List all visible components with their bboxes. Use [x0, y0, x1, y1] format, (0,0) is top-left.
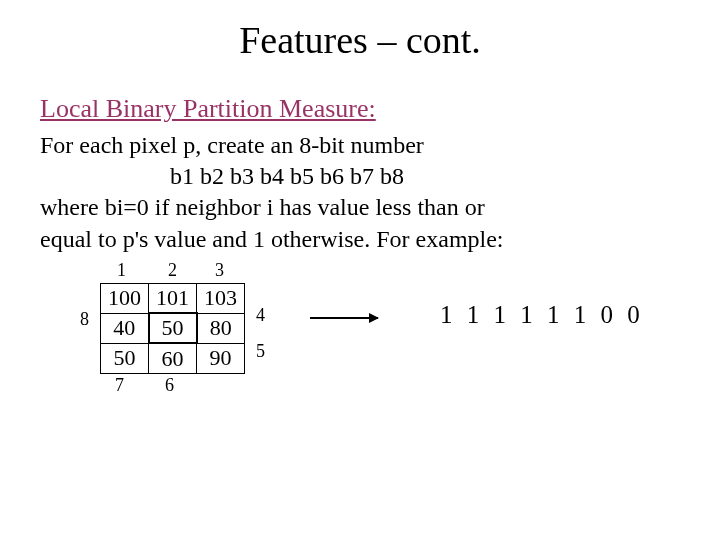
neighbor-label-8: 8	[80, 309, 89, 330]
example-area: 1 2 3 4 5 6 7 8 100 101 103 40 50 80 50 …	[0, 265, 720, 415]
cell-r1c2: 80	[197, 313, 245, 343]
neighbor-label-6: 6	[165, 375, 174, 396]
desc-line-3: equal to p's value and 1 otherwise. For …	[0, 224, 720, 255]
bit-sequence: b1 b2 b3 b4 b5 b6 b7 b8	[0, 161, 720, 192]
desc-line-1: For each pixel p, create an 8-bit number	[0, 130, 720, 161]
slide-title: Features – cont.	[0, 0, 720, 76]
arrow-icon	[310, 317, 378, 319]
cell-r0c2: 103	[197, 283, 245, 313]
neighbor-label-4: 4	[256, 305, 265, 326]
cell-r2c1: 60	[149, 343, 197, 373]
cell-r0c1: 101	[149, 283, 197, 313]
pixel-grid: 100 101 103 40 50 80 50 60 90	[100, 283, 245, 374]
neighbor-label-7: 7	[115, 375, 124, 396]
desc-line-2: where bi=0 if neighbor i has value less …	[0, 192, 720, 223]
neighbor-label-1: 1	[117, 260, 126, 281]
cell-r0c0: 100	[101, 283, 149, 313]
cell-center: 50	[149, 313, 197, 343]
cell-r2c2: 90	[197, 343, 245, 373]
cell-r2c0: 50	[101, 343, 149, 373]
neighbor-label-2: 2	[168, 260, 177, 281]
cell-r1c0: 40	[101, 313, 149, 343]
neighbor-label-3: 3	[215, 260, 224, 281]
neighbor-label-5: 5	[256, 341, 265, 362]
result-bits: 1 1 1 1 1 1 0 0	[440, 301, 644, 329]
section-heading: Local Binary Partition Measure:	[0, 76, 720, 130]
